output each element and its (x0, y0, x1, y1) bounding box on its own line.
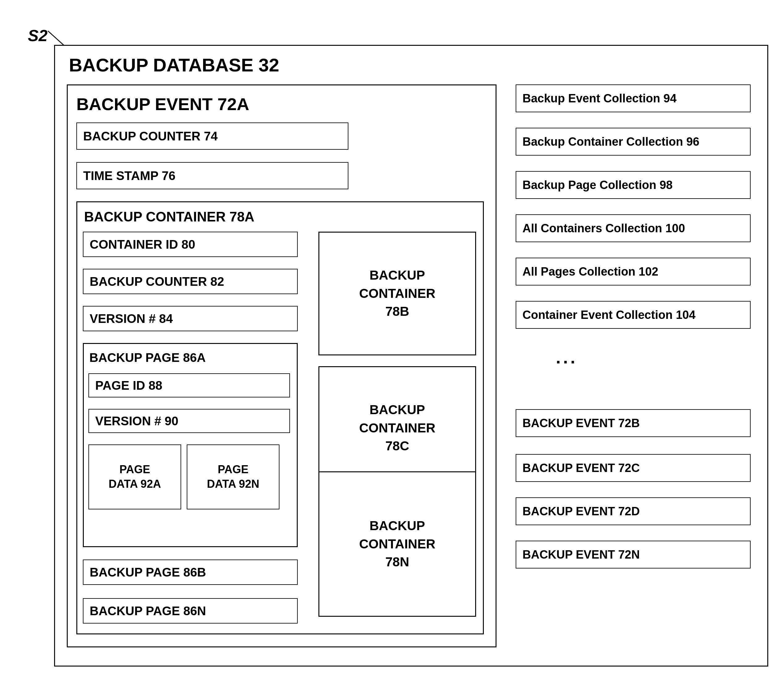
backup-page-collection-98-label: Backup Page Collection 98 (522, 178, 673, 192)
backup-container-78n-box: BACKUP CONTAINER 78N (318, 472, 476, 617)
page-data-92a-label: PAGE DATA 92A (108, 462, 161, 491)
backup-page-86b-label: BACKUP PAGE 86B (90, 566, 206, 579)
backup-page-86a-title: BACKUP PAGE 86A (89, 351, 205, 365)
backup-counter-82-field: BACKUP COUNTER 82 (83, 269, 298, 294)
backup-page-86a-box: BACKUP PAGE 86A PAGE ID 88 VERSION # 90 … (83, 343, 298, 547)
container-id-80-field: CONTAINER ID 80 (83, 232, 298, 257)
backup-counter-74-field: BACKUP COUNTER 74 (76, 123, 348, 150)
backup-event-72b-box: BACKUP EVENT 72B (516, 409, 751, 437)
backup-container-78b-box: BACKUP CONTAINER 78B (318, 232, 476, 355)
backup-container-78c-label: BACKUP CONTAINER 78C (359, 401, 436, 455)
version-90-field: VERSION # 90 (88, 409, 290, 433)
all-containers-collection-100-box: All Containers Collection 100 (516, 214, 751, 242)
backup-page-86b-field: BACKUP PAGE 86B (83, 559, 298, 585)
backup-event-72n-label: BACKUP EVENT 72N (522, 548, 639, 561)
backup-database-title: BACKUP DATABASE 32 (69, 54, 279, 76)
backup-container-collection-96-label: Backup Container Collection 96 (522, 135, 699, 148)
backup-event-72a-title: BACKUP EVENT 72A (76, 94, 249, 114)
page-id-88-field: PAGE ID 88 (88, 373, 290, 397)
backup-event-72d-box: BACKUP EVENT 72D (516, 497, 751, 525)
all-pages-collection-102-box: All Pages Collection 102 (516, 258, 751, 285)
backup-event-collection-94-box: Backup Event Collection 94 (516, 84, 751, 112)
backup-container-78b-label: BACKUP CONTAINER 78B (359, 266, 436, 321)
page-data-92a-box: PAGE DATA 92A (88, 445, 181, 510)
backup-container-78n-label: BACKUP CONTAINER 78N (359, 517, 436, 571)
backup-counter-82-label: BACKUP COUNTER 82 (90, 275, 224, 288)
container-event-collection-104-label: Container Event Collection 104 (522, 308, 696, 322)
backup-event-72c-box: BACKUP EVENT 72C (516, 454, 751, 482)
page-data-row: PAGE DATA 92A PAGE DATA 92N (88, 445, 280, 510)
page-data-92n-box: PAGE DATA 92N (187, 445, 280, 510)
page-data-92n-label: PAGE DATA 92N (207, 462, 259, 491)
version-84-label: VERSION # 84 (90, 312, 173, 326)
version-90-label: VERSION # 90 (95, 414, 178, 428)
container-id-80-label: CONTAINER ID 80 (90, 237, 196, 252)
backup-page-collection-98-box: Backup Page Collection 98 (516, 171, 751, 199)
version-84-field: VERSION # 84 (83, 306, 298, 331)
backup-event-72n-box: BACKUP EVENT 72N (516, 541, 751, 569)
page-id-88-label: PAGE ID 88 (95, 379, 162, 392)
backup-counter-74-label: BACKUP COUNTER 74 (83, 129, 218, 143)
time-stamp-76-label: TIME STAMP 76 (83, 169, 176, 183)
backup-page-86n-field: BACKUP PAGE 86N (83, 598, 298, 623)
ellipsis: ... (556, 347, 578, 367)
backup-event-72b-label: BACKUP EVENT 72B (522, 417, 639, 430)
all-pages-collection-102-label: All Pages Collection 102 (522, 265, 658, 278)
backup-container-78a-title: BACKUP CONTAINER 78A (84, 209, 254, 225)
container-event-collection-104-box: Container Event Collection 104 (516, 301, 751, 329)
backup-event-72d-label: BACKUP EVENT 72D (522, 505, 639, 518)
time-stamp-76-field: TIME STAMP 76 (76, 162, 348, 189)
backup-event-72c-label: BACKUP EVENT 72C (522, 462, 639, 475)
backup-page-86n-label: BACKUP PAGE 86N (90, 604, 206, 618)
all-containers-collection-100-label: All Containers Collection 100 (522, 222, 685, 235)
backup-event-72a-box: BACKUP EVENT 72A BACKUP COUNTER 74 TIME … (67, 84, 496, 647)
backup-database-box: BACKUP DATABASE 32 BACKUP EVENT 72A BACK… (54, 45, 768, 666)
backup-event-collection-94-label: Backup Event Collection 94 (522, 92, 676, 105)
backup-container-collection-96-box: Backup Container Collection 96 (516, 128, 751, 156)
backup-container-78a-box: BACKUP CONTAINER 78A CONTAINER ID 80 BAC… (76, 201, 484, 634)
